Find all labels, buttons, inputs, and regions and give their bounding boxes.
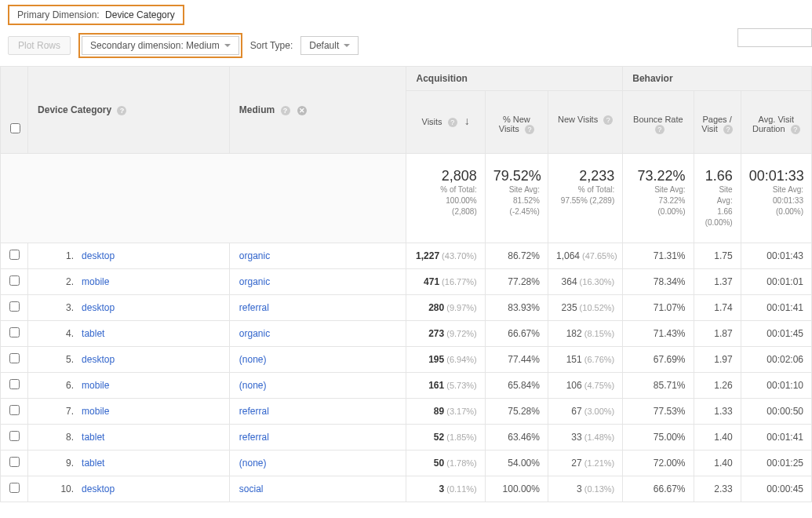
- report-table: Device Category ? Medium ? ✕ Acquisition…: [0, 66, 812, 502]
- new-visits-column-header[interactable]: New Visits ?: [548, 91, 622, 154]
- duration-cell: 00:00:45: [741, 476, 811, 502]
- row-checkbox[interactable]: [9, 275, 20, 286]
- medium-cell[interactable]: referral: [229, 425, 406, 451]
- new-visits-pct-cell: 75.28%: [485, 399, 548, 425]
- row-checkbox[interactable]: [9, 327, 20, 337]
- row-checkbox[interactable]: [9, 301, 20, 312]
- row-checkbox[interactable]: [9, 431, 20, 441]
- search-input[interactable]: [737, 28, 812, 47]
- visits-cell: 52(1.85%): [406, 425, 485, 451]
- medium-cell[interactable]: organic: [229, 269, 406, 295]
- summary-new-visits-pct: 79.52% Site Avg: 81.52% (-2.45%): [485, 154, 548, 243]
- summary-row: 2,808 % of Total: 100.00% (2,808) 79.52%…: [1, 154, 812, 243]
- visits-cell: 471(16.77%): [406, 269, 485, 295]
- device-cell[interactable]: 6.mobile: [28, 373, 230, 399]
- device-cell[interactable]: 10.desktop: [28, 476, 230, 502]
- duration-cell: 00:01:25: [741, 451, 811, 476]
- pages-cell: 1.26: [694, 373, 741, 399]
- new-visits-pct-cell: 83.93%: [485, 295, 548, 321]
- bounce-cell: 77.53%: [623, 399, 694, 425]
- medium-header[interactable]: Medium ? ✕: [229, 67, 406, 154]
- device-cell[interactable]: 4.tablet: [28, 321, 230, 347]
- medium-cell[interactable]: organic: [229, 243, 406, 269]
- pages-cell: 1.37: [694, 269, 741, 295]
- pages-cell: 1.97: [694, 347, 741, 373]
- help-icon[interactable]: ?: [723, 125, 733, 134]
- table-row: 5.desktop(none)195(6.94%)77.44%151(6.76%…: [1, 347, 812, 373]
- table-row: 1.desktoporganic1,227(43.70%)86.72%1,064…: [1, 243, 812, 269]
- sort-type-value: Default: [309, 40, 339, 51]
- help-icon[interactable]: ?: [655, 125, 665, 134]
- device-cell[interactable]: 9.tablet: [28, 451, 230, 476]
- medium-cell[interactable]: (none): [229, 373, 406, 399]
- new-visits-pct-cell: 66.67%: [485, 321, 548, 347]
- device-cell[interactable]: 3.desktop: [28, 295, 230, 321]
- remove-dimension-icon[interactable]: ✕: [297, 106, 307, 115]
- row-checkbox[interactable]: [9, 405, 20, 415]
- pages-cell: 1.40: [694, 425, 741, 451]
- new-visits-cell: 106(4.75%): [548, 373, 622, 399]
- medium-cell[interactable]: (none): [229, 451, 406, 476]
- medium-cell[interactable]: social: [229, 476, 406, 502]
- summary-pages-visit: 1.66 Site Avg: 1.66 (0.00%): [694, 154, 741, 243]
- device-cell[interactable]: 5.desktop: [28, 347, 230, 373]
- sort-type-label: Sort Type:: [250, 40, 293, 51]
- table-row: 8.tabletreferral52(1.85%)63.46%33(1.48%)…: [1, 425, 812, 451]
- medium-cell[interactable]: organic: [229, 321, 406, 347]
- pages-cell: 2.33: [694, 476, 741, 502]
- summary-new-visits: 2,233 % of Total: 97.55% (2,289): [548, 154, 622, 243]
- visits-column-header[interactable]: Visits ? ↓: [406, 91, 485, 154]
- pages-cell: 1.74: [694, 295, 741, 321]
- device-cell[interactable]: 8.tablet: [28, 425, 230, 451]
- behavior-header: Behavior: [623, 67, 812, 91]
- select-all-checkbox[interactable]: [10, 123, 20, 133]
- pages-cell: 1.33: [694, 399, 741, 425]
- secondary-dimension-dropdown[interactable]: Secondary dimension: Medium: [82, 36, 239, 55]
- summary-avg-duration: 00:01:33 Site Avg: 00:01:33 (0.00%): [741, 154, 811, 243]
- select-all-header: [1, 67, 28, 154]
- row-checkbox[interactable]: [9, 457, 20, 467]
- new-visits-cell: 151(6.76%): [548, 347, 622, 373]
- new-visits-cell: 364(16.30%): [548, 269, 622, 295]
- help-icon[interactable]: ?: [525, 125, 534, 134]
- new-visits-pct-cell: 77.28%: [485, 269, 548, 295]
- medium-cell[interactable]: (none): [229, 347, 406, 373]
- device-category-header[interactable]: Device Category ?: [28, 67, 230, 154]
- row-checkbox[interactable]: [9, 250, 20, 260]
- medium-cell[interactable]: referral: [229, 399, 406, 425]
- help-icon[interactable]: ?: [791, 125, 800, 134]
- help-icon[interactable]: ?: [603, 115, 613, 125]
- visits-cell: 50(1.78%): [406, 451, 485, 476]
- sort-type-dropdown[interactable]: Default: [300, 36, 359, 55]
- table-row: 4.tabletorganic273(9.72%)66.67%182(8.15%…: [1, 321, 812, 347]
- device-cell[interactable]: 2.mobile: [28, 269, 230, 295]
- visits-cell: 89(3.17%): [406, 399, 485, 425]
- pages-visit-column-header[interactable]: Pages / Visit ?: [694, 91, 741, 154]
- secondary-dimension-box: Secondary dimension: Medium: [78, 33, 242, 58]
- duration-cell: 00:01:45: [741, 321, 811, 347]
- visits-cell: 195(6.94%): [406, 347, 485, 373]
- caret-down-icon: [224, 44, 231, 47]
- new-visits-pct-column-header[interactable]: % New Visits ?: [485, 91, 548, 154]
- row-checkbox[interactable]: [9, 483, 20, 493]
- device-cell[interactable]: 7.mobile: [28, 399, 230, 425]
- bounce-rate-column-header[interactable]: Bounce Rate ?: [623, 91, 694, 154]
- help-icon[interactable]: ?: [281, 106, 290, 115]
- row-checkbox[interactable]: [9, 353, 20, 363]
- primary-dimension-label: Primary Dimension:: [17, 9, 100, 20]
- new-visits-cell: 1,064(47.65%): [548, 243, 622, 269]
- table-row: 10.desktopsocial3(0.11%)100.00%3(0.13%)6…: [1, 476, 812, 502]
- help-icon[interactable]: ?: [448, 118, 457, 127]
- bounce-cell: 67.69%: [623, 347, 694, 373]
- table-row: 2.mobileorganic471(16.77%)77.28%364(16.3…: [1, 269, 812, 295]
- medium-cell[interactable]: referral: [229, 295, 406, 321]
- new-visits-cell: 33(1.48%): [548, 425, 622, 451]
- plot-rows-button[interactable]: Plot Rows: [8, 36, 71, 55]
- avg-duration-column-header[interactable]: Avg. Visit Duration ?: [741, 91, 811, 154]
- new-visits-cell: 67(3.00%): [548, 399, 622, 425]
- table-row: 7.mobilereferral89(3.17%)75.28%67(3.00%)…: [1, 399, 812, 425]
- pages-cell: 1.75: [694, 243, 741, 269]
- row-checkbox[interactable]: [9, 379, 20, 389]
- device-cell[interactable]: 1.desktop: [28, 243, 230, 269]
- help-icon[interactable]: ?: [117, 106, 126, 115]
